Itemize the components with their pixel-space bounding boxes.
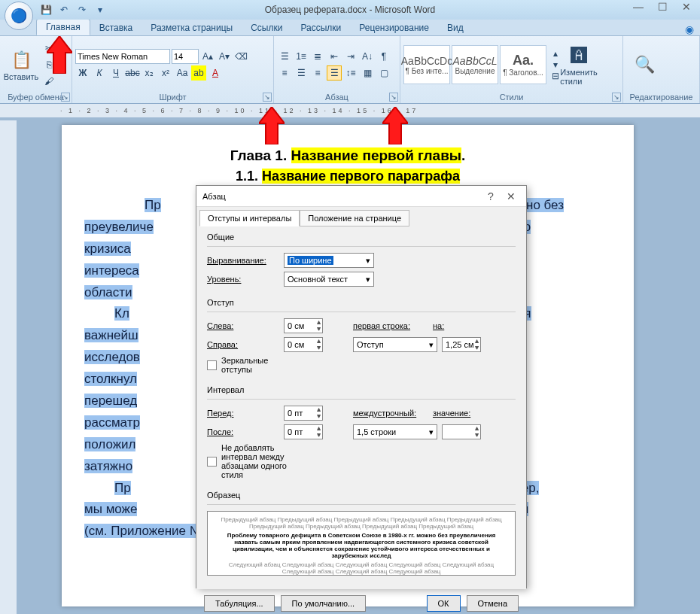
indent-right-spin[interactable]: 0 см	[284, 337, 323, 352]
before-spin[interactable]: 0 пт	[284, 406, 323, 421]
multilevel-icon[interactable]: ≣	[310, 49, 325, 64]
title-bar: 🔵 💾 ↶ ↷ ▾ Образец реферата.docx - Micros…	[0, 0, 700, 20]
increase-indent-icon[interactable]: ⇥	[343, 49, 358, 64]
alignment-select[interactable]: По ширине▾	[284, 253, 374, 268]
red-arrow-annotation	[259, 107, 285, 144]
borders-icon[interactable]: ▢	[376, 65, 391, 81]
group-label-clipboard: Буфер обмена	[3, 91, 68, 103]
tabs-button[interactable]: Табуляция...	[204, 595, 275, 612]
tab-insert[interactable]: Вставка	[90, 20, 142, 35]
qat-dropdown-icon[interactable]: ▾	[93, 3, 107, 17]
change-styles-button[interactable]: 🅰 Изменить стили	[561, 44, 597, 86]
level-select[interactable]: Основной текст▾	[284, 272, 374, 287]
indent-left-spin[interactable]: 0 см	[284, 318, 323, 333]
help-icon[interactable]: ◉	[685, 23, 694, 35]
paste-button[interactable]: 📋 Вставить	[3, 48, 39, 81]
dialog-help-icon[interactable]: ?	[482, 190, 500, 202]
default-button[interactable]: По умолчанию...	[281, 595, 367, 612]
by-spin[interactable]: 1,25 см	[442, 337, 481, 352]
redo-icon[interactable]: ↷	[75, 3, 89, 17]
tab-view[interactable]: Вид	[438, 20, 473, 35]
save-icon[interactable]: 💾	[39, 3, 53, 17]
before-label: Перед:	[207, 409, 279, 418]
minimize-button[interactable]: —	[628, 0, 649, 14]
paragraph-dialog-launcher[interactable]: ↘	[389, 93, 398, 102]
indent-left-label: Слева:	[207, 321, 279, 330]
bullets-icon[interactable]: ☰	[277, 49, 292, 64]
align-left-icon[interactable]: ≡	[277, 65, 292, 81]
font-dialog-launcher[interactable]: ↘	[263, 93, 272, 102]
preview-box: Предыдущий абзац Предыдущий абзац Предыд…	[207, 511, 516, 576]
find-icon: 🔍	[632, 53, 656, 77]
find-button[interactable]: 🔍	[626, 53, 662, 77]
level-label: Уровень:	[207, 275, 279, 284]
superscript-icon[interactable]: x²	[158, 65, 173, 81]
numbering-icon[interactable]: 1≡	[294, 49, 309, 64]
first-line-select[interactable]: Отступ▾	[353, 337, 437, 352]
tab-home[interactable]: Главная	[36, 19, 90, 35]
horizontal-ruler[interactable]: · 1 · 2 · 3 · 4 · 5 · 6 · 7 · 8 · 9 · 10…	[0, 104, 700, 117]
styles-dialog-launcher[interactable]: ↘	[612, 93, 621, 102]
line-spacing-select[interactable]: 1,5 строки▾	[353, 424, 437, 439]
sort-icon[interactable]: A↓	[360, 49, 375, 64]
tab-references[interactable]: Ссылки	[242, 20, 291, 35]
paste-icon: 📋	[9, 48, 33, 72]
tab-line-breaks[interactable]: Положение на странице	[300, 210, 409, 226]
group-paragraph: ☰ 1≡ ≣ ⇤ ⇥ A↓ ¶ ≡ ☰ ≡ ☰ ↕≡ ▦ ▢	[274, 36, 400, 103]
show-marks-icon[interactable]: ¶	[376, 49, 391, 64]
style-emphasis[interactable]: AaBbCcL Выделение	[452, 45, 498, 84]
format-painter-icon[interactable]: 🖌	[41, 74, 56, 89]
close-button[interactable]: ✕	[676, 0, 697, 14]
align-right-icon[interactable]: ≡	[310, 65, 325, 81]
font-size-select[interactable]	[172, 49, 199, 64]
clear-format-icon[interactable]: ⌫	[233, 49, 248, 64]
bold-icon[interactable]: Ж	[75, 65, 90, 81]
tab-mailings[interactable]: Рассылки	[291, 20, 350, 35]
red-arrow-annotation	[47, 36, 72, 74]
by-label: на:	[433, 321, 463, 330]
highlight-icon[interactable]: ab	[191, 65, 206, 81]
mirror-checkbox[interactable]	[207, 360, 217, 370]
fieldset-spacing: Интервал Перед: 0 пт междустрочный: знач…	[207, 385, 516, 483]
tab-review[interactable]: Рецензирование	[350, 20, 438, 35]
vertical-ruler[interactable]	[0, 120, 17, 614]
at-spin[interactable]	[442, 424, 481, 439]
clipboard-dialog-launcher[interactable]: ↘	[61, 93, 70, 102]
font-color-icon[interactable]: A	[208, 65, 223, 81]
change-styles-icon: 🅰	[567, 44, 591, 68]
fieldset-general: Общие Выравнивание: По ширине▾ Уровень: …	[207, 233, 516, 290]
shrink-font-icon[interactable]: A▾	[217, 49, 232, 64]
style-no-spacing[interactable]: AaBbCcDc ¶ Без инте...	[403, 45, 450, 84]
align-center-icon[interactable]: ☰	[294, 65, 309, 81]
dialog-close-icon[interactable]: ✕	[502, 190, 520, 202]
change-case-icon[interactable]: Aa	[175, 65, 190, 81]
subscript-icon[interactable]: x₂	[142, 65, 157, 81]
dont-add-checkbox[interactable]	[207, 457, 217, 467]
dialog-titlebar[interactable]: Абзац ? ✕	[196, 186, 526, 207]
paste-label: Вставить	[4, 72, 39, 81]
line-spacing-icon[interactable]: ↕≡	[343, 65, 358, 81]
tab-page-layout[interactable]: Разметка страницы	[142, 20, 242, 35]
underline-icon[interactable]: Ч	[108, 65, 123, 81]
strike-icon[interactable]: abc	[125, 65, 140, 81]
undo-icon[interactable]: ↶	[57, 3, 71, 17]
decrease-indent-icon[interactable]: ⇤	[327, 49, 342, 64]
align-justify-icon[interactable]: ☰	[327, 65, 342, 81]
shading-icon[interactable]: ▦	[360, 65, 375, 81]
style-heading[interactable]: Aa. ¶ Заголов...	[500, 45, 546, 84]
mirror-label: Зеркальные отступы	[221, 356, 294, 374]
line-spacing-label: междустрочный:	[353, 409, 428, 418]
font-name-select[interactable]	[75, 49, 170, 64]
tab-indents-spacing[interactable]: Отступы и интервалы	[199, 210, 300, 226]
maximize-button[interactable]: ☐	[652, 0, 673, 14]
group-font: A▴ A▾ ⌫ Ж К Ч abc x₂ x² Aa ab A Шрифт ↘	[72, 36, 274, 103]
after-spin[interactable]: 0 пт	[284, 424, 323, 439]
italic-icon[interactable]: К	[92, 65, 107, 81]
office-button[interactable]: 🔵	[5, 2, 33, 30]
grow-font-icon[interactable]: A▴	[200, 49, 215, 64]
ok-button[interactable]: ОК	[427, 595, 461, 612]
group-label-font: Шрифт	[75, 91, 270, 103]
cancel-button[interactable]: Отмена	[467, 595, 519, 612]
group-editing: 🔍 Редактирование	[623, 36, 700, 103]
group-styles: AaBbCcDc ¶ Без инте... AaBbCcL Выделение…	[400, 36, 623, 103]
